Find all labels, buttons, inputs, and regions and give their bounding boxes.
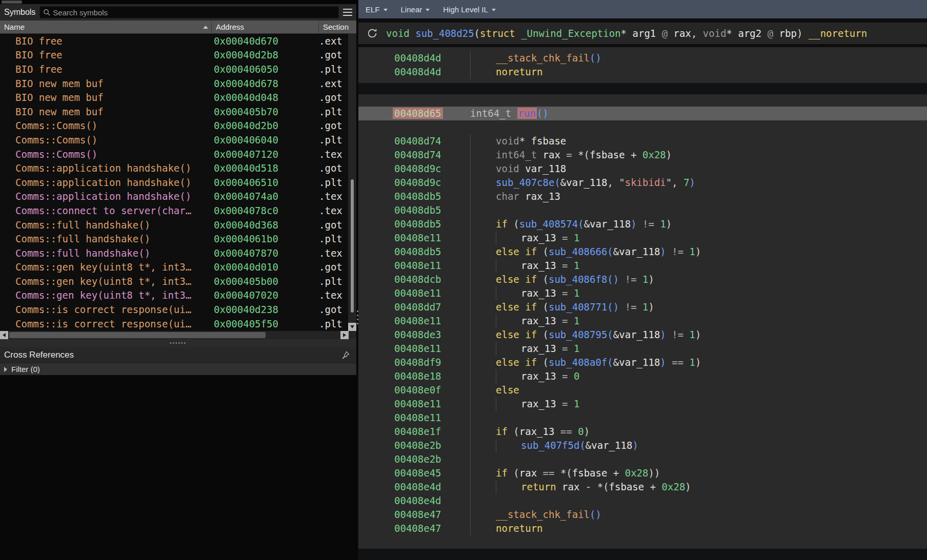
- symbol-row[interactable]: Comms::application_handshake()0x00040d51…: [0, 161, 356, 175]
- symbol-row[interactable]: Comms::gen_key(uint8_t*, int3…0x000405b0…: [0, 274, 356, 288]
- code-line[interactable]: 00408d9csub_407c8e(&var_118, "skibidi", …: [358, 176, 927, 190]
- function-signature[interactable]: void sub_408d25(struct _Unwind_Exception…: [386, 28, 867, 39]
- symbol-row[interactable]: Comms::Comms()0x000407120.tex: [0, 147, 356, 161]
- code-address[interactable]: 00408e4d: [394, 480, 470, 494]
- code-address[interactable]: 00408e4d: [394, 494, 470, 508]
- code-line[interactable]: 00408e11rax_13 = 1: [358, 397, 927, 411]
- horizontal-scroll-thumb[interactable]: [9, 332, 266, 338]
- code-address[interactable]: 00408d4d: [394, 65, 470, 79]
- code-line[interactable]: 00408e11rax_13 = 1: [358, 259, 927, 273]
- code-address[interactable]: 00408de3: [394, 328, 470, 342]
- symbol-row[interactable]: Comms::gen_key(uint8_t*, int3…0x00040702…: [0, 288, 356, 303]
- symbol-row[interactable]: Comms::is_correct_response(ui…0x000405f5…: [0, 317, 356, 331]
- tab-handle[interactable]: [2, 1, 22, 4]
- code-address[interactable]: 00408e11: [394, 286, 470, 300]
- code-address[interactable]: 00408e2b: [394, 452, 470, 466]
- code-line[interactable]: 00408db5: [358, 203, 927, 217]
- column-header-address[interactable]: Address: [212, 20, 319, 33]
- symbol-row[interactable]: BIO_free0x00040d670.ext: [0, 34, 356, 48]
- code-address[interactable]: 00408e45: [394, 466, 470, 480]
- code-address[interactable]: 00408db5: [394, 203, 470, 217]
- pin-icon[interactable]: [341, 350, 350, 360]
- code-line[interactable]: 00408e11rax_13 = 1: [358, 342, 927, 356]
- code-address[interactable]: 00408dcb: [394, 273, 470, 286]
- symbol-row[interactable]: Comms::full_handshake()0x0004061b0.plt: [0, 232, 356, 246]
- code-address[interactable]: 00408dd7: [394, 300, 470, 314]
- format-selector[interactable]: ELF: [366, 5, 388, 14]
- column-header-name[interactable]: Name: [0, 20, 212, 33]
- code-address[interactable]: 00408e11: [394, 342, 470, 356]
- code-line[interactable]: 00408db5if (sub_408574(&var_118) != 1): [358, 217, 927, 231]
- code-address[interactable]: 00408df9: [394, 356, 470, 369]
- code-address[interactable]: 00408d74: [394, 148, 470, 162]
- symbol-row[interactable]: Comms::is_correct_response(ui…0x00040d23…: [0, 302, 356, 317]
- code-line[interactable]: 00408e18rax_13 = 0: [358, 369, 927, 383]
- code-line[interactable]: 00408e47__stack_chk_fail(): [358, 508, 927, 522]
- code-line[interactable]: 00408e11: [358, 411, 927, 425]
- il-level-selector[interactable]: High Level IL: [443, 5, 496, 14]
- code-line[interactable]: 00408e2b: [358, 452, 927, 466]
- refresh-icon[interactable]: [367, 28, 378, 39]
- code-line[interactable]: 00408df9else if (sub_408a0f(&var_118) ==…: [358, 356, 927, 369]
- code-address[interactable]: 00408e11: [394, 397, 470, 411]
- symbol-row[interactable]: BIO_free0x00040d2b8.got: [0, 48, 356, 63]
- code-address[interactable]: 00408e18: [394, 369, 470, 383]
- symbol-row[interactable]: BIO_free0x000406050.plt: [0, 62, 356, 76]
- expand-triangle-icon[interactable]: [4, 367, 7, 372]
- symbol-row[interactable]: Comms::full_handshake()0x00040d368.got: [0, 218, 356, 232]
- symbol-row[interactable]: Comms::full_handshake()0x000407870.tex: [0, 246, 356, 260]
- symbols-search-box[interactable]: [39, 6, 339, 18]
- code-line[interactable]: 00408dcbelse if (sub_4086f8() != 1): [358, 273, 927, 286]
- symbol-row[interactable]: BIO_new_mem_buf0x000405b70.plt: [0, 105, 356, 119]
- code-address[interactable]: 00408e11: [394, 411, 470, 425]
- code-address[interactable]: 00408e11: [394, 231, 470, 245]
- code-line[interactable]: 00408dd7else if (sub_408771() != 1): [358, 300, 927, 314]
- code-line[interactable]: 00408db5else if (sub_408666(&var_118) !=…: [358, 245, 927, 259]
- code-line[interactable]: 00408e11rax_13 = 1: [358, 231, 927, 245]
- column-header-section[interactable]: Section: [319, 20, 356, 33]
- code-address[interactable]: 00408e1f: [394, 425, 470, 439]
- code-line[interactable]: 00408e0felse: [358, 383, 927, 397]
- code-line[interactable]: 00408d4dnoreturn: [358, 65, 927, 79]
- code-line[interactable]: 00408e1fif (rax_13 == 0): [358, 425, 927, 439]
- code-address[interactable]: 00408db5: [394, 190, 470, 203]
- panel-divider-handle[interactable]: [356, 310, 359, 324]
- code-line[interactable]: 00408d9cvoid var_118: [358, 162, 927, 176]
- splitter-handle[interactable]: ••••••: [170, 342, 187, 344]
- code-line[interactable]: 00408d65int64_t run(): [358, 107, 927, 120]
- code-line[interactable]: 00408e11rax_13 = 1: [358, 314, 927, 328]
- code-address[interactable]: 00408d4d: [394, 51, 470, 65]
- code-address[interactable]: 00408d65: [394, 107, 470, 120]
- code-line[interactable]: 00408d74void* fsbase: [358, 134, 927, 148]
- code-line[interactable]: 00408d4d__stack_chk_fail(): [358, 51, 927, 65]
- code-address[interactable]: 00408e11: [394, 259, 470, 273]
- code-line[interactable]: 00408e4d: [358, 494, 927, 508]
- code-line[interactable]: 00408db5char rax_13: [358, 190, 927, 203]
- symbol-row[interactable]: Comms::Comms()0x00040d2b0.got: [0, 119, 356, 133]
- symbol-row[interactable]: BIO_new_mem_buf0x00040d678.ext: [0, 76, 356, 91]
- code-address[interactable]: 00408e11: [394, 314, 470, 328]
- code-line[interactable]: 00408de3else if (sub_408795(&var_118) !=…: [358, 328, 927, 342]
- symbol-row[interactable]: Comms::gen_key(uint8_t*, int3…0x00040d01…: [0, 260, 356, 275]
- code-address[interactable]: 00408db5: [394, 245, 470, 259]
- code-address[interactable]: 00408d9c: [394, 162, 470, 176]
- code-address[interactable]: 00408db5: [394, 217, 470, 231]
- code-address[interactable]: 00408d9c: [394, 176, 470, 190]
- code-address[interactable]: 00408e0f: [394, 383, 470, 397]
- symbol-row[interactable]: Comms::application_handshake()0x0004074a…: [0, 190, 356, 204]
- menu-icon[interactable]: [343, 9, 352, 16]
- scroll-right-button[interactable]: [340, 331, 349, 339]
- scroll-down-button[interactable]: [348, 323, 356, 331]
- code-line[interactable]: 00408e47noreturn: [358, 522, 927, 535]
- panel-splitter[interactable]: ••••••: [0, 339, 356, 347]
- code-address[interactable]: 00408e47: [394, 508, 470, 522]
- code-line[interactable]: 00408d74int64_t rax = *(fsbase + 0x28): [358, 148, 927, 162]
- vertical-scroll-thumb[interactable]: [351, 179, 354, 313]
- symbol-row[interactable]: Comms::application_handshake()0x00040651…: [0, 175, 356, 190]
- code-line[interactable]: 00408e11rax_13 = 1: [358, 286, 927, 300]
- view-type-selector[interactable]: Linear: [401, 5, 430, 14]
- xref-filter-row[interactable]: Filter (0): [0, 363, 356, 375]
- vertical-scrollbar[interactable]: [348, 34, 356, 331]
- code-address[interactable]: 00408d74: [394, 134, 470, 148]
- symbol-row[interactable]: BIO_new_mem_buf0x00040d048.got: [0, 90, 356, 105]
